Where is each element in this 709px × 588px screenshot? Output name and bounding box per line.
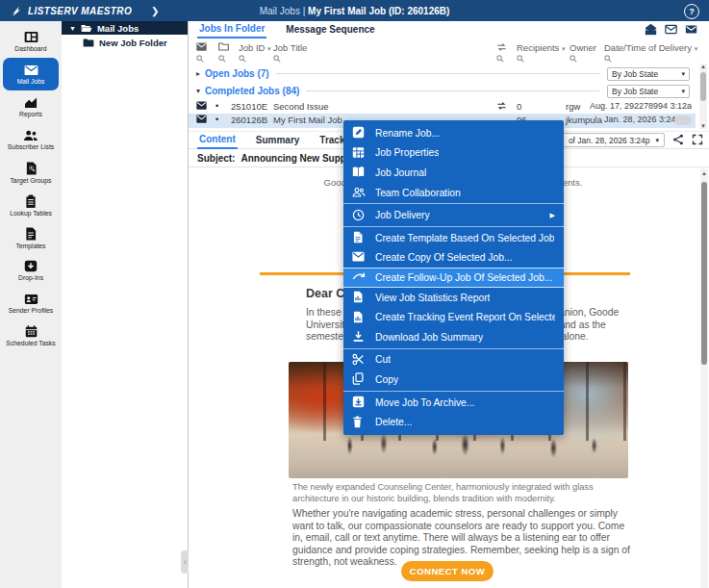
open-envelope-icon[interactable] bbox=[645, 23, 657, 36]
collapsed-arrow-icon[interactable]: ▸ bbox=[196, 69, 205, 78]
menu-item-create-template[interactable]: Create Template Based On Selected Job bbox=[343, 228, 564, 248]
clipboard-icon bbox=[25, 194, 37, 208]
tree-node-mail-jobs[interactable]: ▼ Mail Jobs bbox=[62, 21, 188, 35]
folder-tab-bar: Jobs In Folder Message Sequence bbox=[189, 21, 709, 38]
document-icon bbox=[25, 227, 37, 241]
template-doc-icon bbox=[352, 231, 366, 244]
sidebar-item-drop-ins[interactable]: Drop-Ins bbox=[0, 254, 62, 287]
clock-icon bbox=[352, 209, 366, 222]
mail-copy-icon bbox=[352, 251, 366, 265]
menu-item-create-follow-up[interactable]: Create Follow-Up Job Of Selected Job... bbox=[343, 268, 564, 288]
table-row-second-issue[interactable]: • 251010E Second Issue 0 rgw Aug. 17, 29… bbox=[189, 100, 696, 114]
expanded-arrow-icon[interactable]: ▾ bbox=[196, 87, 205, 95]
submenu-arrow-icon: ▶ bbox=[550, 212, 555, 219]
recipients-cell: 0 bbox=[517, 101, 521, 112]
job-list-scrollbar[interactable]: ▲ ▼ bbox=[699, 64, 707, 129]
sidebar-item-dashboard[interactable]: Dashboard bbox=[0, 25, 62, 58]
search-icon[interactable] bbox=[517, 55, 524, 63]
search-icon[interactable] bbox=[604, 55, 612, 63]
search-icon[interactable] bbox=[273, 55, 281, 63]
menu-item-cut[interactable]: Cut bbox=[343, 350, 564, 371]
menu-item-job-properties[interactable]: Job Properties bbox=[343, 143, 564, 164]
menu-item-rename-job[interactable]: Rename Job... bbox=[343, 123, 564, 143]
menu-item-job-journal[interactable]: Job Journal bbox=[343, 163, 564, 183]
subject-label: Subject: bbox=[197, 153, 235, 164]
swap-column-icon[interactable] bbox=[496, 42, 507, 52]
tree-node-new-job-folder[interactable]: New Job Folder bbox=[62, 35, 188, 50]
delivery-cell: Aug. 17, 292278994 3:12a bbox=[590, 101, 692, 111]
photo-caption: The newly expanded Counseling Center, ha… bbox=[292, 482, 631, 504]
chart-icon bbox=[24, 96, 38, 109]
stats-doc-icon bbox=[352, 291, 366, 304]
sidebar-item-lookup-tables[interactable]: Lookup Tables bbox=[0, 189, 62, 221]
envelope-outline-icon[interactable] bbox=[665, 23, 677, 36]
job-state-select[interactable]: By Job State▾ bbox=[607, 67, 690, 81]
group-open-jobs[interactable]: ▸ Open Jobs (7) By Job State▾ bbox=[189, 65, 696, 82]
mail-row-icon bbox=[196, 101, 207, 110]
window-title: Mail Jobs | My First Mail Job (ID: 26012… bbox=[0, 6, 709, 16]
follow-up-arrow-icon bbox=[352, 270, 366, 284]
sidebar-item-sender-profiles[interactable]: Sender Profiles bbox=[0, 287, 62, 320]
group-completed-jobs[interactable]: ▾ Completed Jobs (84) By Job State▾ bbox=[189, 83, 696, 99]
column-job-id[interactable]: Job ID ▾ bbox=[239, 42, 271, 53]
copy-icon bbox=[352, 372, 366, 386]
menu-item-create-copy[interactable]: Create Copy Of Selected Job... bbox=[343, 248, 564, 268]
tree-expand-arrow-icon[interactable]: ▼ bbox=[69, 25, 76, 32]
sidebar-item-mail-jobs[interactable]: Mail Jobs bbox=[3, 58, 59, 90]
column-job-title[interactable]: Job Title bbox=[273, 42, 307, 53]
menu-item-view-statistics[interactable]: View Job Statistics Report bbox=[343, 288, 564, 308]
job-title-cell: My First Mail Job bbox=[273, 115, 342, 125]
sidebar-item-target-groups[interactable]: Target Groups bbox=[0, 156, 62, 189]
folder-column-icon[interactable] bbox=[218, 42, 229, 51]
column-owner[interactable]: Owner bbox=[570, 42, 596, 53]
content-scrollbar[interactable]: ▲ bbox=[700, 168, 708, 588]
menu-divider bbox=[343, 203, 564, 204]
folder-tree-panel: ▼ Mail Jobs New Job Folder ‹ bbox=[62, 21, 190, 588]
sidebar-item-subscriber-lists[interactable]: Subscriber Lists bbox=[0, 123, 62, 156]
job-id-cell: 251010E bbox=[231, 101, 267, 112]
fullscreen-icon[interactable] bbox=[692, 134, 703, 145]
search-icon[interactable] bbox=[196, 55, 204, 63]
search-icon[interactable] bbox=[218, 55, 226, 63]
job-id-cell: 260126B bbox=[231, 115, 267, 125]
menu-item-download-summary[interactable]: Download Job Summary bbox=[343, 327, 564, 347]
document-search-icon bbox=[25, 162, 38, 175]
email-paragraph-2: Whether you're navigating academic stres… bbox=[292, 508, 635, 569]
tab-content[interactable]: Content bbox=[197, 132, 238, 149]
tab-message-sequence[interactable]: Message Sequence bbox=[284, 22, 376, 38]
job-state-select[interactable]: By Job State▾ bbox=[607, 85, 690, 98]
sidebar-item-templates[interactable]: Templates bbox=[0, 221, 62, 254]
column-recipients[interactable]: Recipients ▾ bbox=[517, 42, 566, 53]
job-table-header: Job ID ▾ Job Title Recipients ▾ Owner Da… bbox=[189, 38, 709, 65]
job-context-menu: Rename Job... Job Properties Job Journal… bbox=[343, 120, 564, 435]
sidebar-item-reports[interactable]: Reports bbox=[0, 90, 62, 123]
menu-item-move-to-archive[interactable]: Move Job To Archive... bbox=[343, 393, 564, 413]
connect-now-button[interactable]: CONNECT NOW bbox=[401, 561, 494, 581]
tracking-doc-icon bbox=[352, 311, 366, 324]
column-delivery[interactable]: Date/Time of Delivery ▾ bbox=[604, 42, 697, 53]
top-bar: LISTSERV MAESTRO ❯ Mail Jobs | My First … bbox=[0, 0, 709, 21]
search-icon[interactable] bbox=[496, 55, 504, 63]
job-title-cell: Second Issue bbox=[273, 101, 329, 112]
dashboard-icon bbox=[24, 31, 38, 43]
archive-icon bbox=[352, 396, 366, 409]
menu-item-team-collaboration[interactable]: Team Collaboration bbox=[343, 183, 564, 203]
tab-jobs-in-folder[interactable]: Jobs In Folder bbox=[197, 21, 266, 38]
share-icon[interactable] bbox=[672, 134, 684, 145]
menu-item-copy[interactable]: Copy bbox=[343, 370, 564, 390]
box-download-icon bbox=[24, 260, 38, 272]
menu-item-delete[interactable]: Delete... bbox=[343, 412, 564, 432]
swap-row-icon bbox=[496, 101, 507, 111]
row-options-pill[interactable] bbox=[674, 115, 692, 125]
tab-summary[interactable]: Summary bbox=[254, 133, 302, 148]
help-button[interactable]: ? bbox=[684, 4, 699, 19]
sidebar-item-scheduled-tasks[interactable]: Scheduled Tasks bbox=[0, 320, 62, 352]
menu-item-job-delivery[interactable]: Job Delivery ▶ bbox=[343, 205, 564, 225]
scissors-icon bbox=[352, 353, 366, 367]
envelope-column-icon[interactable] bbox=[196, 42, 207, 51]
search-icon[interactable] bbox=[570, 55, 577, 63]
envelope-filled-icon[interactable] bbox=[685, 23, 697, 36]
menu-item-create-tracking-report[interactable]: Create Tracking Event Report On Selected… bbox=[343, 307, 564, 327]
search-icon[interactable] bbox=[239, 55, 246, 63]
icon-sidebar: Dashboard Mail Jobs Reports Subscriber L… bbox=[0, 21, 62, 588]
